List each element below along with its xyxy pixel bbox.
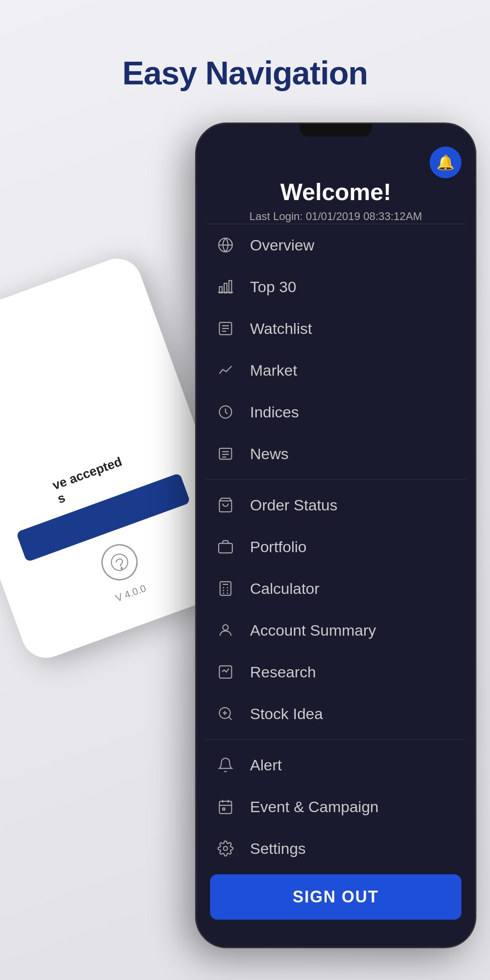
menu-label-settings: Settings [250,840,306,858]
menu-label-research: Research [250,663,316,681]
menu-item-alert[interactable]: Alert [196,744,475,786]
page-title: Easy Navigation [0,54,490,92]
phone-support-icon [96,539,143,586]
menu-item-research[interactable]: Research [196,651,475,693]
overview-icon [215,234,236,256]
menu-label-account-summary: Account Summary [250,622,376,639]
menu-label-calculator: Calculator [250,580,319,598]
stock-idea-icon [215,703,236,725]
market-icon [215,359,236,381]
menu-item-order-status[interactable]: Order Status [196,484,475,526]
divider-group2 [206,739,466,740]
menu-item-account-summary[interactable]: Account Summary [196,609,475,651]
svg-point-25 [223,625,228,630]
portfolio-icon [215,536,236,558]
svg-rect-5 [229,281,232,293]
version-label: V 4.0.0 [114,583,147,604]
account-summary-icon [215,619,236,641]
indices-icon [215,401,236,423]
svg-rect-16 [219,544,232,553]
menu-item-market[interactable]: Market [196,349,475,391]
menu-group-1: Overview Top 30 Watchlist [196,224,475,475]
menu-item-stock-idea[interactable]: Stock Idea [196,693,475,735]
menu-label-order-status: Order Status [250,496,338,514]
svg-rect-17 [220,582,231,595]
calculator-icon [215,578,236,599]
menu-item-portfolio[interactable]: Portfolio [196,526,475,568]
menu-label-alert: Alert [250,756,282,774]
svg-rect-31 [220,801,232,813]
sign-out-section: SIGN OUT [210,874,461,920]
menu-label-top30: Top 30 [250,278,296,296]
menu-item-event-campaign[interactable]: Event & Campaign [196,786,475,828]
svg-point-1 [121,567,122,569]
main-phone: 🔔 Welcome! Last Login: 01/01/2019 08:33:… [195,122,476,948]
menu-item-indices[interactable]: Indices [196,391,475,433]
menu-label-event-campaign: Event & Campaign [250,798,379,816]
research-icon [215,661,236,683]
menu-label-news: News [250,445,289,463]
svg-line-28 [229,717,232,720]
menu-item-news[interactable]: News [196,433,475,475]
event-campaign-icon [215,796,236,818]
menu-label-watchlist: Watchlist [250,320,312,338]
menu-label-market: Market [250,362,297,379]
svg-point-0 [109,552,130,573]
notification-bell-button[interactable]: 🔔 [430,147,461,178]
menu-section: Overview Top 30 Watchlist [196,224,475,869]
divider-group1 [206,479,466,480]
menu-label-overview: Overview [250,236,314,254]
news-icon [215,443,236,465]
welcome-title: Welcome! [196,178,475,206]
top30-icon [215,276,236,298]
last-login-text: Last Login: 01/01/2019 08:33:12AM [196,210,475,223]
alert-icon [215,754,236,776]
svg-rect-4 [224,284,227,293]
menu-item-calculator[interactable]: Calculator [196,568,475,609]
phone-notch [299,124,372,137]
menu-item-settings[interactable]: Settings [196,828,475,869]
page-background: Easy Navigation ve accepteds V 4.0.0 🔔 [0,0,490,980]
menu-item-top30[interactable]: Top 30 [196,266,475,308]
menu-label-portfolio: Portfolio [250,538,307,556]
menu-item-overview[interactable]: Overview [196,224,475,266]
menu-item-watchlist[interactable]: Watchlist [196,308,475,349]
order-status-icon [215,494,236,516]
menu-group-3: Alert Event & Campaign Settings [196,744,475,869]
menu-label-indices: Indices [250,403,299,421]
watchlist-icon [215,318,236,339]
svg-rect-35 [223,808,225,810]
svg-point-36 [224,847,228,851]
bell-icon: 🔔 [436,154,455,171]
menu-label-stock-idea: Stock Idea [250,705,323,723]
settings-icon [215,838,236,859]
sign-out-button[interactable]: SIGN OUT [210,874,461,920]
menu-group-2: Order Status Portfolio Calculator [196,484,475,735]
